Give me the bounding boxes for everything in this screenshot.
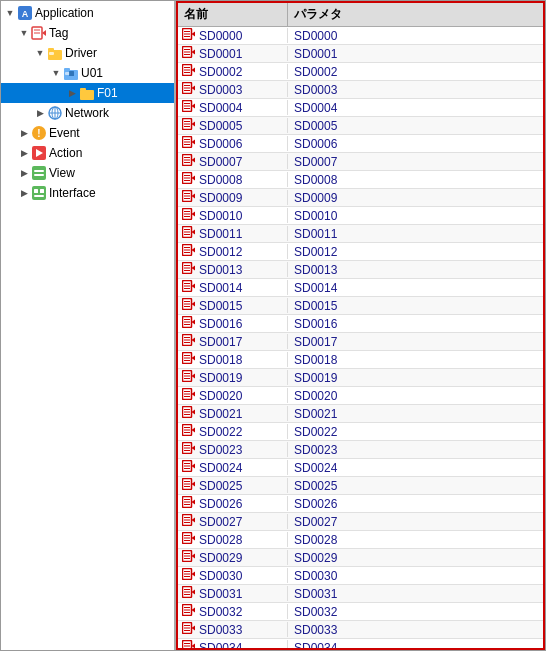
table-row[interactable]: SD0014SD0014 bbox=[178, 279, 543, 297]
row-name-text: SD0027 bbox=[199, 515, 242, 529]
tree-item-u01[interactable]: ▼ U01 bbox=[1, 63, 174, 83]
table-row[interactable]: SD0033SD0033 bbox=[178, 621, 543, 639]
table-row[interactable]: SD0008SD0008 bbox=[178, 171, 543, 189]
row-name-text: SD0018 bbox=[199, 353, 242, 367]
svg-rect-23 bbox=[32, 166, 46, 180]
tree-item-f01[interactable]: ▶ F01 bbox=[1, 83, 174, 103]
tree-item-network[interactable]: ▶ Network bbox=[1, 103, 174, 123]
table-row[interactable]: SD0030SD0030 bbox=[178, 567, 543, 585]
table-row[interactable]: SD0027SD0027 bbox=[178, 513, 543, 531]
svg-text:A: A bbox=[22, 9, 29, 19]
name-cell: SD0001 bbox=[178, 46, 288, 61]
table-row[interactable]: SD0003SD0003 bbox=[178, 81, 543, 99]
tag-row-icon bbox=[182, 514, 196, 529]
name-cell: SD0032 bbox=[178, 604, 288, 619]
network-icon bbox=[47, 105, 63, 121]
param-cell: SD0011 bbox=[288, 227, 543, 241]
name-cell: SD0031 bbox=[178, 586, 288, 601]
expand-interface[interactable]: ▶ bbox=[17, 186, 31, 200]
row-name-text: SD0015 bbox=[199, 299, 242, 313]
tag-row-icon bbox=[182, 352, 196, 367]
param-cell: SD0002 bbox=[288, 65, 543, 79]
tree-item-application[interactable]: ▼ A Application bbox=[1, 3, 174, 23]
expand-driver[interactable]: ▼ bbox=[33, 46, 47, 60]
network-label: Network bbox=[65, 104, 109, 122]
table-row[interactable]: SD0013SD0013 bbox=[178, 261, 543, 279]
table-row[interactable]: SD0002SD0002 bbox=[178, 63, 543, 81]
table-row[interactable]: SD0024SD0024 bbox=[178, 459, 543, 477]
interface-label: Interface bbox=[49, 184, 96, 202]
table-row[interactable]: SD0007SD0007 bbox=[178, 153, 543, 171]
table-row[interactable]: SD0025SD0025 bbox=[178, 477, 543, 495]
table-row[interactable]: SD0020SD0020 bbox=[178, 387, 543, 405]
expand-tag[interactable]: ▼ bbox=[17, 26, 31, 40]
tree-item-view[interactable]: ▶ View bbox=[1, 163, 174, 183]
table-row[interactable]: SD0031SD0031 bbox=[178, 585, 543, 603]
svg-rect-12 bbox=[69, 71, 74, 76]
tag-row-icon bbox=[182, 550, 196, 565]
table-row[interactable]: SD0029SD0029 bbox=[178, 549, 543, 567]
tag-row-icon bbox=[182, 208, 196, 223]
table-row[interactable]: SD0018SD0018 bbox=[178, 351, 543, 369]
row-name-text: SD0019 bbox=[199, 371, 242, 385]
expand-event[interactable]: ▶ bbox=[17, 126, 31, 140]
tree-item-tag[interactable]: ▼ Tag bbox=[1, 23, 174, 43]
name-cell: SD0013 bbox=[178, 262, 288, 277]
table-row[interactable]: SD0016SD0016 bbox=[178, 315, 543, 333]
table-row[interactable]: SD0001SD0001 bbox=[178, 45, 543, 63]
table-row[interactable]: SD0009SD0009 bbox=[178, 189, 543, 207]
table-row[interactable]: SD0028SD0028 bbox=[178, 531, 543, 549]
expand-application[interactable]: ▼ bbox=[3, 6, 17, 20]
expand-network[interactable]: ▶ bbox=[33, 106, 47, 120]
table-row[interactable]: SD0021SD0021 bbox=[178, 405, 543, 423]
expand-f01[interactable]: ▶ bbox=[65, 86, 79, 100]
tag-row-icon bbox=[182, 46, 196, 61]
tree-item-interface[interactable]: ▶ Interface bbox=[1, 183, 174, 203]
svg-rect-7 bbox=[48, 48, 54, 51]
tree-item-action[interactable]: ▶ Action bbox=[1, 143, 174, 163]
tag-row-icon bbox=[182, 424, 196, 439]
table-row[interactable]: SD0026SD0026 bbox=[178, 495, 543, 513]
table-row[interactable]: SD0022SD0022 bbox=[178, 423, 543, 441]
tree-item-event[interactable]: ▶ ! Event bbox=[1, 123, 174, 143]
name-cell: SD0012 bbox=[178, 244, 288, 259]
u01-icon bbox=[63, 65, 79, 81]
f01-icon bbox=[79, 85, 95, 101]
table-row[interactable]: SD0005SD0005 bbox=[178, 117, 543, 135]
table-row[interactable]: SD0015SD0015 bbox=[178, 297, 543, 315]
tag-row-icon bbox=[182, 334, 196, 349]
expand-u01[interactable]: ▼ bbox=[49, 66, 63, 80]
name-cell: SD0014 bbox=[178, 280, 288, 295]
param-cell: SD0004 bbox=[288, 101, 543, 115]
table-row[interactable]: SD0034SD0034 bbox=[178, 639, 543, 648]
param-cell: SD0024 bbox=[288, 461, 543, 475]
table-row[interactable]: SD0012SD0012 bbox=[178, 243, 543, 261]
table-row[interactable]: SD0017SD0017 bbox=[178, 333, 543, 351]
table-row[interactable]: SD0032SD0032 bbox=[178, 603, 543, 621]
expand-view[interactable]: ▶ bbox=[17, 166, 31, 180]
tag-row-icon bbox=[182, 118, 196, 133]
row-name-text: SD0028 bbox=[199, 533, 242, 547]
tag-row-icon bbox=[182, 280, 196, 295]
row-name-text: SD0021 bbox=[199, 407, 242, 421]
table-row[interactable]: SD0004SD0004 bbox=[178, 99, 543, 117]
table-row[interactable]: SD0023SD0023 bbox=[178, 441, 543, 459]
table-row[interactable]: SD0010SD0010 bbox=[178, 207, 543, 225]
table-row[interactable]: SD0006SD0006 bbox=[178, 135, 543, 153]
name-cell: SD0006 bbox=[178, 136, 288, 151]
param-cell: SD0008 bbox=[288, 173, 543, 187]
row-name-text: SD0010 bbox=[199, 209, 242, 223]
row-name-text: SD0025 bbox=[199, 479, 242, 493]
name-cell: SD0029 bbox=[178, 550, 288, 565]
expand-action[interactable]: ▶ bbox=[17, 146, 31, 160]
name-cell: SD0028 bbox=[178, 532, 288, 547]
action-label: Action bbox=[49, 144, 82, 162]
driver-label: Driver bbox=[65, 44, 97, 62]
table-row[interactable]: SD0011SD0011 bbox=[178, 225, 543, 243]
table-row[interactable]: SD0000SD0000 bbox=[178, 27, 543, 45]
table-header: 名前 パラメタ bbox=[178, 3, 543, 27]
name-cell: SD0010 bbox=[178, 208, 288, 223]
tree-item-driver[interactable]: ▼ Driver bbox=[1, 43, 174, 63]
table-row[interactable]: SD0019SD0019 bbox=[178, 369, 543, 387]
table-body[interactable]: SD0000SD0000 SD0001SD0001 SD0002SD0002 S… bbox=[178, 27, 543, 648]
